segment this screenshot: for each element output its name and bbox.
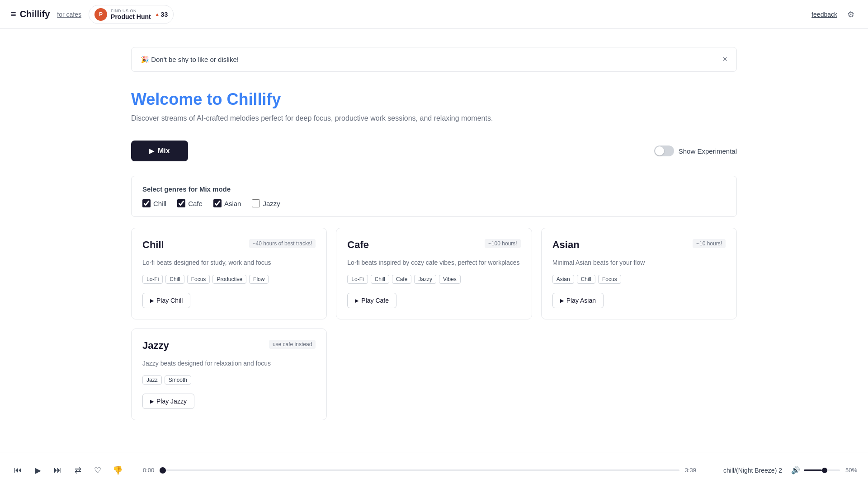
logo-area: ≡ Chillify for cafes P FIND US ON Produc…: [11, 5, 174, 24]
card-cafe-title: Cafe: [347, 239, 369, 251]
card-chill-header: Chill ~40 hours of best tracks!: [142, 239, 316, 251]
header: ≡ Chillify for cafes P FIND US ON Produc…: [0, 0, 868, 29]
notification-icon: 🎉: [141, 56, 151, 63]
logo-text: Chillify: [20, 9, 50, 19]
play-pause-button[interactable]: ▶: [31, 463, 45, 478]
card-asian-desc: Minimal Asian beats for your flow: [552, 258, 726, 267]
card-cafe-duration: ~100 hours!: [485, 239, 521, 248]
card-asian: Asian ~10 hours! Minimal Asian beats for…: [541, 228, 737, 319]
controls-row: ▶ Mix Show Experimental: [131, 141, 737, 161]
genre-jazzy-checkbox[interactable]: Jazzy: [252, 199, 280, 207]
tag-smooth: Smooth: [165, 375, 191, 385]
tag-lofi-cafe: Lo-Fi: [347, 275, 368, 284]
ph-count: ▲ 33: [155, 11, 168, 18]
genre-selector: Select genres for Mix mode Chill Cafe As…: [131, 176, 737, 217]
card-cafe-header: Cafe ~100 hours!: [347, 239, 520, 251]
card-asian-tags: Asian Chill Focus: [552, 275, 726, 284]
track-info: chill/(Night Breeze) 2: [714, 467, 791, 474]
genre-chill-checkbox[interactable]: Chill: [142, 199, 166, 207]
card-cafe-tags: Lo-Fi Chill Cafe Jazzy Vibes: [347, 275, 520, 284]
card-chill-duration: ~40 hours of best tracks!: [249, 239, 316, 248]
card-chill-desc: Lo-fi beats designed for study, work and…: [142, 258, 316, 267]
progress-dot: [160, 467, 166, 474]
tag-asian: Asian: [552, 275, 574, 284]
experimental-label: Show Experimental: [679, 147, 737, 155]
play-chill-icon: ▶: [150, 298, 154, 304]
card-chill: Chill ~40 hours of best tracks! Lo-fi be…: [131, 228, 327, 319]
ph-logo-icon: P: [94, 8, 107, 21]
play-cafe-icon: ▶: [355, 298, 359, 304]
product-hunt-badge[interactable]: P FIND US ON Product Hunt ▲ 33: [89, 5, 174, 24]
player-controls: ⏮ ▶ ⏭ ⇄ ♡ 👎: [11, 463, 125, 478]
dislike-button[interactable]: 👎: [110, 463, 125, 478]
welcome-title: Welcome to Chillify: [131, 90, 737, 109]
volume-label: 50%: [845, 467, 857, 474]
card-jazzy-desc: Jazzy beats designed for relaxation and …: [142, 359, 316, 368]
ph-arrow-icon: ▲: [155, 11, 160, 18]
card-jazzy-tags: Jazz Smooth: [142, 375, 316, 385]
card-jazzy-title: Jazzy: [142, 340, 169, 352]
menu-icon: ≡: [11, 9, 16, 19]
tag-lofi: Lo-Fi: [142, 275, 163, 284]
play-icon: ▶: [149, 147, 154, 155]
skip-back-button[interactable]: ⏮: [11, 463, 25, 478]
genre-selector-title: Select genres for Mix mode: [142, 185, 726, 193]
play-asian-button[interactable]: ▶ Play Asian: [552, 293, 604, 308]
play-jazzy-icon: ▶: [150, 399, 154, 404]
time-end: 3:39: [685, 467, 696, 474]
play-cafe-button[interactable]: ▶ Play Cafe: [347, 293, 396, 308]
tag-flow: Flow: [249, 275, 269, 284]
ph-name-label: Product Hunt: [111, 13, 151, 20]
card-asian-header: Asian ~10 hours!: [552, 239, 726, 251]
mix-button[interactable]: ▶ Mix: [131, 141, 188, 161]
tag-vibes: Vibes: [439, 275, 461, 284]
tag-jazzy-cafe: Jazzy: [414, 275, 436, 284]
tag-focus-asian: Focus: [598, 275, 621, 284]
card-asian-title: Asian: [552, 239, 580, 251]
experimental-toggle: Show Experimental: [654, 145, 737, 156]
volume-fill: [804, 469, 822, 471]
tag-chill-asian: Chill: [577, 275, 595, 284]
card-asian-duration: ~10 hours!: [693, 239, 726, 248]
for-cafes-link[interactable]: for cafes: [57, 11, 81, 18]
volume-icon: 🔊: [791, 466, 800, 474]
tag-cafe: Cafe: [392, 275, 411, 284]
tag-chill: Chill: [165, 275, 184, 284]
tag-focus: Focus: [187, 275, 210, 284]
main-content: 🎉 Don't be shy to like or dislike! × Wel…: [0, 29, 868, 438]
progress-bar[interactable]: [160, 469, 679, 471]
play-chill-button[interactable]: ▶ Play Chill: [142, 293, 190, 308]
tag-jazz: Jazz: [142, 375, 162, 385]
volume-dot: [822, 468, 827, 473]
genre-asian-checkbox[interactable]: Asian: [213, 199, 241, 207]
play-jazzy-button[interactable]: ▶ Play Jazzy: [142, 394, 194, 409]
genre-cafe-checkbox[interactable]: Cafe: [177, 199, 203, 207]
ph-find-label: FIND US ON: [111, 9, 151, 13]
volume-bar[interactable]: [804, 469, 840, 471]
cards-grid: Chill ~40 hours of best tracks! Lo-fi be…: [131, 228, 737, 420]
settings-icon[interactable]: ⚙: [844, 8, 857, 21]
brand-name: Chillify: [226, 90, 281, 108]
progress-section: 0:00 3:39: [125, 467, 714, 474]
card-cafe-desc: Lo-fi beats inspired by cozy cafe vibes,…: [347, 258, 520, 267]
volume-section: 🔊 50%: [791, 466, 857, 474]
toggle-thumb: [655, 146, 664, 155]
experimental-toggle-switch[interactable]: [654, 145, 674, 156]
tag-chill-cafe: Chill: [371, 275, 389, 284]
play-asian-icon: ▶: [560, 298, 564, 304]
feedback-link[interactable]: feedback: [811, 11, 837, 18]
welcome-section: Welcome to Chillify Discover streams of …: [131, 90, 737, 122]
ph-count-value: 33: [161, 11, 168, 18]
time-start: 0:00: [143, 467, 154, 474]
welcome-subtitle: Discover streams of AI-crafted melodies …: [131, 114, 737, 122]
header-right: feedback ⚙: [811, 8, 857, 21]
notification-close-button[interactable]: ×: [722, 55, 727, 64]
card-chill-tags: Lo-Fi Chill Focus Productive Flow: [142, 275, 316, 284]
shuffle-button[interactable]: ⇄: [71, 463, 85, 478]
notification-banner: 🎉 Don't be shy to like or dislike! ×: [131, 47, 737, 72]
card-jazzy-header: Jazzy use cafe instead: [142, 340, 316, 352]
ph-text: FIND US ON Product Hunt: [111, 9, 151, 20]
skip-forward-button[interactable]: ⏭: [51, 463, 65, 478]
logo: ≡ Chillify: [11, 9, 50, 19]
like-button[interactable]: ♡: [90, 463, 105, 478]
